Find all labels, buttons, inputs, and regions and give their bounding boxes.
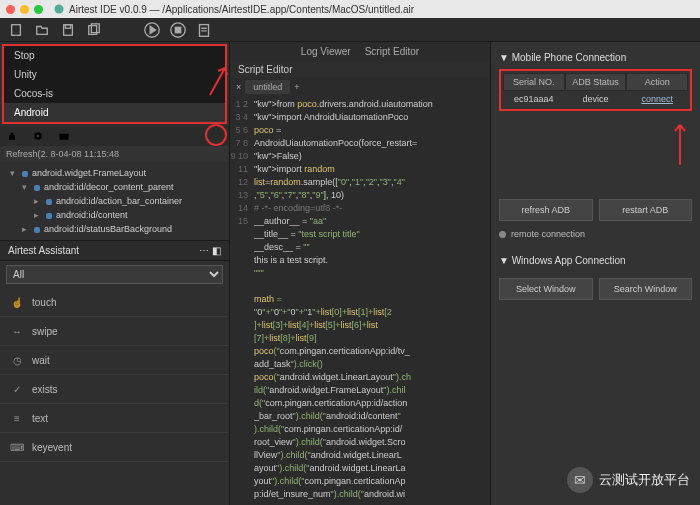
device-table: Serial NO. ADB Status Action ec91aaa4 de…	[499, 69, 692, 111]
phone-connection-title: ▼ Mobile Phone Connection	[499, 48, 692, 67]
tree-item[interactable]: android:id/content	[2, 208, 227, 222]
open-button[interactable]	[30, 20, 54, 40]
select-window-button[interactable]: Select Window	[499, 278, 593, 300]
dropdown-cocos[interactable]: Cocos-is	[4, 84, 225, 103]
assist-touch[interactable]: ☝touch	[0, 288, 229, 317]
wechat-icon: ✉	[567, 467, 593, 493]
refresh-adb-button[interactable]: refresh ADB	[499, 199, 593, 221]
close-icon[interactable]	[6, 5, 15, 14]
dropdown-android[interactable]: Android	[4, 103, 225, 122]
clock-icon: ◷	[10, 353, 24, 367]
assist-swipe[interactable]: ↔swipe	[0, 317, 229, 346]
svg-rect-3	[65, 24, 70, 28]
new-file-button[interactable]	[4, 20, 28, 40]
key-icon: ⌨	[10, 440, 24, 454]
svg-rect-1	[12, 24, 21, 35]
window-title: Airtest IDE v0.0.9 — /Applications/Airte…	[69, 4, 414, 15]
refresh-bar[interactable]: Refresh(2. 8-04-08 11:15:48	[0, 146, 229, 162]
new-tab-button[interactable]: +	[294, 82, 299, 92]
text-icon: ≡	[10, 411, 24, 425]
tree-item[interactable]: android:id/statusBarBackground	[2, 222, 227, 236]
remote-connection[interactable]: remote connection	[499, 229, 692, 239]
hand-icon: ☝	[10, 295, 24, 309]
save-all-button[interactable]	[82, 20, 106, 40]
dropdown-stop[interactable]: Stop	[4, 46, 225, 65]
search-window-button[interactable]: Search Window	[599, 278, 693, 300]
save-button[interactable]	[56, 20, 80, 40]
svg-point-0	[55, 5, 64, 14]
connect-button[interactable]: connect	[626, 91, 688, 107]
device-serial: ec91aaa4	[503, 91, 565, 107]
window-controls	[6, 5, 43, 14]
tab-script-editor[interactable]: Script Editor	[365, 46, 419, 57]
code-editor[interactable]: 1 2 3 4 5 6 7 8 9 10 11 12 13 14 15 "kw"…	[230, 96, 490, 505]
stop-button[interactable]	[166, 20, 190, 40]
restart-adb-button[interactable]: restart ADB	[599, 199, 693, 221]
svg-rect-10	[9, 135, 15, 140]
menu-icon[interactable]: ⋯ ◧	[199, 245, 221, 256]
svg-point-12	[37, 135, 39, 137]
svg-rect-8	[175, 27, 180, 32]
col-serial: Serial NO.	[503, 73, 565, 91]
tree-item[interactable]: android:id/action_bar_container	[2, 194, 227, 208]
assist-exists[interactable]: ✓exists	[0, 375, 229, 404]
main-toolbar	[0, 18, 700, 42]
svg-point-14	[63, 135, 66, 138]
assistant-header: Airtest Assistant ⋯ ◧	[0, 240, 229, 261]
file-tab-untitled[interactable]: untitled	[245, 80, 290, 94]
left-panel: Stop Unity Cocos-is Android Refresh(2. 8…	[0, 42, 230, 505]
col-status: ADB Status	[565, 73, 627, 91]
assist-keyevent[interactable]: ⌨keyevent	[0, 433, 229, 462]
assist-text[interactable]: ≡text	[0, 404, 229, 433]
right-panel: ▼ Mobile Phone Connection Serial NO. ADB…	[490, 42, 700, 505]
swipe-icon: ↔	[10, 324, 24, 338]
platform-dropdown[interactable]: Stop Unity Cocos-is Android	[2, 44, 227, 124]
watermark: ✉ 云测试开放平台	[567, 467, 690, 493]
assist-wait[interactable]: ◷wait	[0, 346, 229, 375]
tree-item[interactable]: android:id/decor_content_parent	[2, 180, 227, 194]
ui-tree: android.widget.FrameLayout android:id/de…	[0, 162, 229, 240]
center-panel: Log Viewer Script Editor Script Editor ×…	[230, 42, 490, 505]
dropdown-unity[interactable]: Unity	[4, 65, 225, 84]
device-status: device	[565, 91, 627, 107]
check-icon: ✓	[10, 382, 24, 396]
tab-log-viewer[interactable]: Log Viewer	[301, 46, 351, 57]
lock-button[interactable]	[0, 126, 24, 146]
run-button[interactable]	[140, 20, 164, 40]
target-button[interactable]	[26, 126, 50, 146]
assistant-list: ☝touch ↔swipe ◷wait ✓exists ≡text ⌨keyev…	[0, 288, 229, 505]
report-button[interactable]	[192, 20, 216, 40]
camera-button[interactable]	[52, 126, 76, 146]
center-tabs: Log Viewer Script Editor	[230, 42, 490, 61]
app-icon	[53, 3, 65, 15]
tree-root[interactable]: android.widget.FrameLayout	[2, 166, 227, 180]
annotation-circle	[205, 124, 227, 146]
windows-connection-title: ▼ Windows App Connection	[499, 251, 692, 270]
assistant-filter[interactable]: All	[6, 265, 223, 284]
maximize-icon[interactable]	[34, 5, 43, 14]
col-action: Action	[626, 73, 688, 91]
device-row[interactable]: ec91aaa4 device connect	[503, 91, 688, 107]
editor-header: Script Editor	[230, 61, 490, 78]
titlebar: Airtest IDE v0.0.9 — /Applications/Airte…	[0, 0, 700, 18]
minimize-icon[interactable]	[20, 5, 29, 14]
